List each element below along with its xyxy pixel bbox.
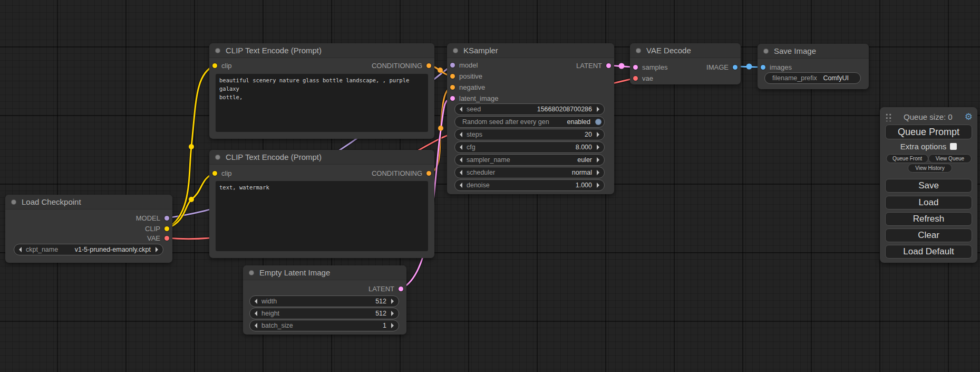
- right-arrow-icon[interactable]: [597, 170, 599, 175]
- width-widget[interactable]: width 512: [249, 295, 399, 307]
- samples-input-slot[interactable]: [633, 65, 638, 70]
- widget-label: scheduler: [467, 169, 495, 176]
- node-title: Load Checkpoint: [22, 197, 81, 206]
- drag-handle-icon[interactable]: [885, 112, 891, 121]
- queue-front-button[interactable]: Queue Front: [886, 154, 928, 163]
- right-arrow-icon[interactable]: [391, 323, 394, 328]
- batch-size-widget[interactable]: batch_size 1: [249, 320, 399, 331]
- node-save-image[interactable]: Save Image images filename_prefix ComfyU…: [758, 44, 869, 89]
- model-output-slot[interactable]: [164, 216, 169, 221]
- collapse-dot-icon[interactable]: [453, 48, 458, 53]
- latent-output-slot[interactable]: [399, 287, 403, 291]
- scheduler-widget[interactable]: scheduler normal: [454, 167, 605, 178]
- reroute-dot[interactable]: [189, 144, 194, 149]
- ckpt-name-widget[interactable]: ckpt_name v1-5-pruned-emaonly.ckpt: [14, 244, 163, 255]
- reroute-dot[interactable]: [619, 63, 625, 69]
- sampler-name-widget[interactable]: sampler_name euler: [454, 154, 605, 166]
- random-seed-toggle-widget[interactable]: Random seed after every gen enabled: [454, 116, 605, 128]
- clip-output-slot[interactable]: [164, 226, 169, 231]
- reroute-dot[interactable]: [438, 126, 443, 131]
- latent-image-input-slot[interactable]: [450, 96, 455, 101]
- node-title-bar[interactable]: CLIP Text Encode (Prompt): [209, 150, 434, 165]
- seed-widget[interactable]: seed 156680208700286: [454, 103, 605, 115]
- images-input-slot[interactable]: [761, 65, 765, 70]
- latent-output-slot[interactable]: [606, 63, 611, 68]
- conditioning-output-slot[interactable]: [426, 63, 431, 68]
- collapse-dot-icon[interactable]: [215, 155, 220, 160]
- vae-output-slot[interactable]: [164, 236, 169, 241]
- left-arrow-icon[interactable]: [460, 157, 462, 163]
- prompt-textarea[interactable]: beautiful scenery nature glass bottle la…: [216, 74, 428, 132]
- clip-input-slot[interactable]: [212, 171, 217, 176]
- node-load-checkpoint[interactable]: Load Checkpoint MODEL CLIP VAE ckpt_name…: [5, 195, 172, 263]
- node-title-bar[interactable]: Empty Latent Image: [243, 265, 406, 280]
- filename-prefix-widget[interactable]: filename_prefix ComfyUI: [764, 72, 861, 84]
- toggle-icon[interactable]: [595, 119, 601, 125]
- node-title-bar[interactable]: CLIP Text Encode (Prompt): [209, 43, 434, 58]
- left-arrow-icon[interactable]: [460, 145, 462, 150]
- collapse-dot-icon[interactable]: [11, 199, 16, 205]
- prompt-textarea[interactable]: text, watermark: [216, 181, 428, 251]
- queue-prompt-button[interactable]: Queue Prompt: [885, 125, 972, 139]
- negative-input-slot[interactable]: [450, 85, 455, 90]
- node-ksampler[interactable]: KSampler model positive negative latent_…: [447, 43, 614, 194]
- model-input-slot[interactable]: [450, 63, 455, 68]
- denoise-widget[interactable]: denoise 1.000: [454, 179, 605, 191]
- left-arrow-icon[interactable]: [460, 132, 462, 137]
- widget-value: euler: [577, 156, 592, 164]
- node-clip-text-encode-positive[interactable]: CLIP Text Encode (Prompt) clip CONDITION…: [209, 43, 434, 139]
- view-history-button[interactable]: View History: [908, 164, 952, 173]
- right-arrow-icon[interactable]: [597, 157, 599, 163]
- right-arrow-icon[interactable]: [597, 183, 599, 188]
- collapse-dot-icon[interactable]: [215, 48, 220, 53]
- collapse-dot-icon[interactable]: [763, 49, 769, 54]
- node-clip-text-encode-negative[interactable]: CLIP Text Encode (Prompt) clip CONDITION…: [209, 150, 434, 258]
- right-arrow-icon[interactable]: [391, 299, 394, 304]
- steps-widget[interactable]: steps 20: [454, 129, 605, 140]
- save-button[interactable]: Save: [885, 179, 972, 193]
- left-arrow-icon[interactable]: [460, 170, 462, 175]
- node-title-bar[interactable]: Load Checkpoint: [5, 195, 172, 209]
- right-arrow-icon[interactable]: [597, 132, 599, 137]
- load-default-button[interactable]: Load Default: [885, 245, 972, 259]
- node-title-bar[interactable]: VAE Decode: [630, 43, 741, 58]
- extra-options-checkbox[interactable]: [950, 143, 957, 150]
- left-arrow-icon[interactable]: [255, 311, 257, 316]
- gear-icon[interactable]: ⚙: [965, 112, 973, 121]
- collapse-dot-icon[interactable]: [249, 270, 254, 275]
- collapse-dot-icon[interactable]: [636, 48, 641, 53]
- widget-value: ComfyUI: [823, 74, 849, 82]
- slot-label: vae: [642, 74, 653, 82]
- reroute-dot[interactable]: [746, 64, 752, 70]
- right-arrow-icon[interactable]: [597, 107, 599, 112]
- refresh-button[interactable]: Refresh: [885, 212, 972, 226]
- load-button[interactable]: Load: [885, 196, 972, 209]
- node-vae-decode[interactable]: VAE Decode samples vae IMAGE: [630, 43, 741, 84]
- reroute-dot[interactable]: [189, 197, 194, 202]
- cfg-widget[interactable]: cfg 8.000: [454, 141, 605, 153]
- right-arrow-icon[interactable]: [391, 311, 394, 316]
- node-title-bar[interactable]: KSampler: [447, 43, 614, 58]
- left-arrow-icon[interactable]: [460, 107, 462, 112]
- positive-input-slot[interactable]: [450, 74, 455, 79]
- height-widget[interactable]: height 512: [249, 308, 399, 319]
- input-samples: samples: [633, 62, 667, 72]
- vae-input-slot[interactable]: [633, 76, 638, 81]
- node-title-bar[interactable]: Save Image: [758, 44, 869, 59]
- reroute-dot[interactable]: [438, 68, 443, 73]
- node-graph-canvas[interactable]: { "nodes": { "load_checkpoint": { "title…: [0, 0, 980, 372]
- image-output-slot[interactable]: [733, 65, 738, 70]
- left-arrow-icon[interactable]: [19, 247, 22, 252]
- view-queue-button[interactable]: View Queue: [928, 154, 972, 163]
- node-empty-latent-image[interactable]: Empty Latent Image LATENT width 512 heig…: [243, 265, 406, 335]
- clip-input-slot[interactable]: [212, 63, 217, 68]
- link-clip-negative-wire: [167, 173, 215, 228]
- link-clip-positive-wire: [167, 65, 215, 228]
- clear-button[interactable]: Clear: [885, 228, 972, 242]
- right-arrow-icon[interactable]: [156, 247, 158, 252]
- left-arrow-icon[interactable]: [255, 323, 257, 328]
- left-arrow-icon[interactable]: [255, 299, 257, 304]
- conditioning-output-slot[interactable]: [426, 171, 431, 176]
- right-arrow-icon[interactable]: [597, 145, 599, 150]
- left-arrow-icon[interactable]: [460, 183, 462, 188]
